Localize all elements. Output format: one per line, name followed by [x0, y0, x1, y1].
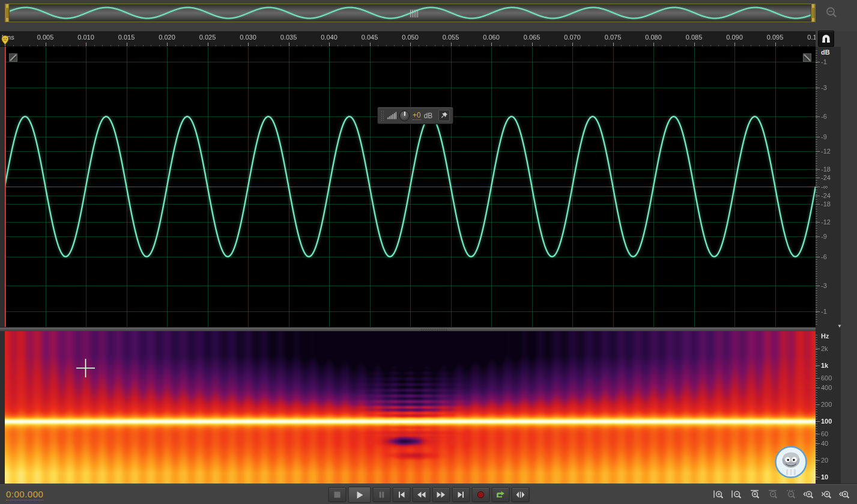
db-label: -1	[821, 58, 827, 65]
timeline-label: 0.010	[71, 34, 100, 41]
navigator-bar	[0, 0, 857, 31]
timeline-label: 0.080	[639, 34, 668, 41]
panel-divider[interactable]	[0, 327, 816, 331]
crosshair-cursor-icon	[74, 357, 97, 382]
db-label: -12	[821, 148, 831, 155]
fast-forward-icon	[436, 491, 446, 499]
freq-label: 1k	[821, 362, 828, 369]
spectrogram-canvas[interactable]	[5, 331, 816, 484]
zoom-in-at-out-point-button[interactable]	[820, 488, 834, 500]
zoom-to-selection-button[interactable]	[784, 488, 798, 500]
transport-record-button[interactable]	[471, 487, 489, 502]
timeline-label: 0.040	[315, 34, 344, 41]
transport-skip-to-end-button[interactable]	[452, 487, 470, 502]
zoom-in-right-icon	[821, 490, 833, 499]
range-handle-left[interactable]	[5, 4, 10, 22]
divider-arrow-icon[interactable]: ▼	[837, 323, 842, 329]
db-scale-ticks	[816, 50, 817, 325]
zoom-out-amplitude-icon	[767, 490, 779, 499]
transport-rewind-button[interactable]	[412, 487, 430, 502]
db-label: -18	[821, 166, 831, 173]
left-gutter	[0, 47, 5, 484]
zoom-in-amplitude-icon	[749, 490, 761, 499]
skip-selection-icon	[515, 491, 525, 499]
waveform-display[interactable]: +0 dB	[5, 47, 816, 327]
transport-controls	[328, 487, 529, 503]
db-label: -24	[821, 192, 831, 199]
time-display[interactable]: 0:00.000	[6, 489, 43, 500]
pause-icon	[377, 491, 386, 499]
freq-label: 100	[821, 418, 832, 425]
timeline-label: 0.085	[680, 34, 709, 41]
zoom-selection-icon	[785, 490, 797, 499]
db-scale-title: dB	[821, 49, 830, 56]
playhead-marker-icon[interactable]	[1, 35, 9, 47]
db-label: -24	[821, 174, 831, 181]
waveform-canvas[interactable]	[5, 47, 816, 327]
zoom-controls	[712, 488, 852, 500]
zoom-full-button[interactable]	[838, 488, 852, 500]
gutter-filler	[841, 47, 857, 484]
transport-fast-forward-button[interactable]	[432, 487, 450, 502]
transport-skip-selection-button[interactable]	[511, 487, 529, 502]
scales-gutter[interactable]: dB -1-1-3-3-6-6-9-9-12-12-18-18-24-24-∞ …	[816, 47, 857, 484]
timeline-label: 0.060	[477, 34, 506, 41]
timeline-label: 0.090	[720, 34, 749, 41]
freq-label: 200	[821, 401, 832, 408]
gain-value[interactable]: +0	[413, 112, 421, 120]
freq-label: 600	[821, 374, 832, 382]
timeline-label: 0.035	[274, 34, 303, 41]
transport-play-button[interactable]	[348, 487, 371, 503]
drag-grip-icon[interactable]	[410, 10, 421, 17]
timeline-label: 0.020	[153, 34, 181, 41]
snap-toggle-button[interactable]	[818, 31, 834, 47]
db-label: -3	[821, 84, 827, 91]
freq-label: 10	[821, 473, 828, 481]
transport-skip-to-start-button[interactable]	[392, 487, 410, 502]
zoom-out-time-icon	[731, 490, 743, 499]
freq-scale-ticks	[816, 335, 817, 481]
hud-pin-button[interactable]	[438, 110, 450, 121]
zoom-out-icon	[824, 5, 840, 23]
timeline-label: 0.075	[599, 34, 628, 41]
corner-handle-right[interactable]	[803, 53, 811, 62]
db-label: -12	[821, 218, 831, 226]
zoom-in-amplitude-button[interactable]	[748, 488, 762, 500]
status-bar: 0:00.000	[0, 484, 857, 504]
hud-volume-control[interactable]: +0 dB	[377, 107, 453, 124]
db-label: -9	[821, 233, 827, 240]
timeline-label: 0.005	[31, 34, 60, 41]
meter-bars-icon	[387, 112, 397, 119]
transport-pause-button[interactable]	[372, 487, 390, 502]
range-handle-right[interactable]	[811, 4, 815, 22]
skip-start-icon	[396, 491, 406, 499]
timeline-ruler[interactable]: hms 0.0050.0100.0150.0200.0250.0300.0350…	[0, 31, 816, 47]
overview-range-strip[interactable]	[5, 4, 816, 22]
db-label: -9	[821, 133, 827, 140]
db-label: -18	[821, 200, 831, 208]
zoom-in-time-button[interactable]	[712, 488, 726, 500]
timeline-ticks	[0, 41, 816, 47]
zoom-in-time-icon	[713, 490, 725, 499]
zoom-in-at-in-point-button[interactable]	[802, 488, 816, 500]
freq-label: 400	[821, 384, 832, 391]
hud-drag-grip-icon[interactable]	[381, 110, 384, 121]
transport-loop-playback-button[interactable]	[491, 487, 509, 502]
corner-handle-left[interactable]	[9, 53, 17, 62]
timeline-label: 0.045	[356, 34, 384, 41]
gain-knob-icon[interactable]	[399, 110, 410, 121]
timeline-end-label: 0.1	[803, 34, 816, 41]
zoom-out-amplitude-button[interactable]	[766, 488, 780, 500]
skip-end-icon	[456, 491, 465, 499]
transport-stop-button[interactable]	[328, 487, 346, 502]
freq-label: 60	[821, 430, 828, 437]
timeline-label: 0.065	[518, 34, 547, 41]
freq-label: 40	[821, 440, 828, 447]
zoom-out-time-button[interactable]	[730, 488, 744, 500]
timeline-label: 0.070	[558, 34, 587, 41]
assistant-avatar-icon[interactable]	[774, 445, 808, 481]
audio-editor-window: hms 0.0050.0100.0150.0200.0250.0300.0350…	[0, 0, 857, 504]
zoom-both-icon	[839, 490, 851, 499]
timeline-label: 0.095	[761, 34, 790, 41]
spectrogram-display[interactable]	[5, 331, 816, 484]
